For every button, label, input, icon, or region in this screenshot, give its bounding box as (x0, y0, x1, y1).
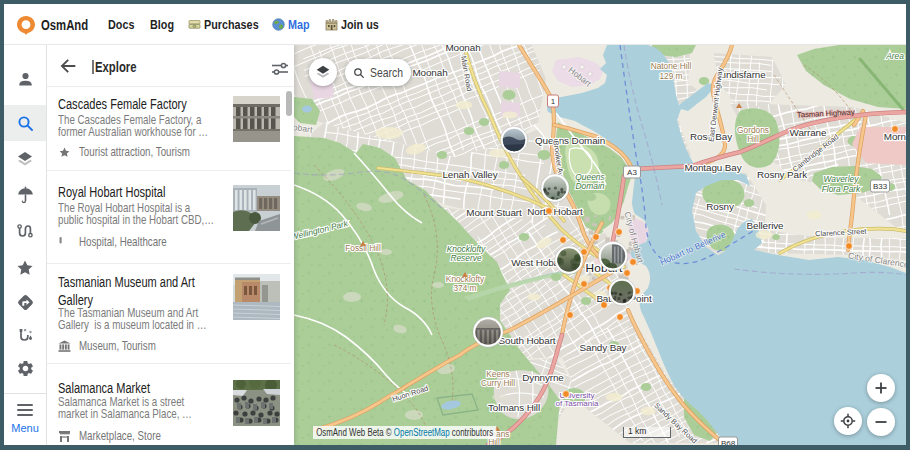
explore-title: Explore (95, 59, 148, 75)
star-icon (15, 258, 35, 278)
filters-button[interactable] (271, 60, 289, 78)
item-photo (233, 380, 280, 426)
poi-marker[interactable] (617, 314, 624, 321)
poi-marker[interactable] (616, 229, 623, 236)
sidebar-item-weather[interactable] (4, 178, 46, 212)
left-sidebar: Menu (4, 45, 47, 445)
map-label: Dynnyrne (522, 372, 564, 383)
road-badge: A3 (624, 166, 641, 178)
photo-marker[interactable] (473, 317, 503, 347)
zoom-in-button[interactable] (867, 374, 895, 402)
svg-text:B33: B33 (873, 182, 888, 191)
menu-label[interactable]: Menu (4, 422, 46, 434)
map-layers-button[interactable] (309, 58, 337, 86)
sidebar-item-settings[interactable] (4, 351, 46, 385)
poi-marker[interactable] (560, 237, 567, 244)
sidebar-item-configure-map[interactable] (4, 142, 46, 176)
photo-marker[interactable] (541, 174, 569, 202)
plus-icon (874, 381, 888, 395)
back-button[interactable] (56, 54, 80, 78)
poi-marker[interactable] (846, 243, 853, 250)
sidebar-item-account[interactable] (4, 62, 46, 96)
sidebar-item-navigation[interactable] (4, 285, 46, 319)
map-label: Reserve (450, 253, 482, 263)
item-category-label: Museum, Tourism (79, 339, 156, 353)
svg-text:1: 1 (551, 97, 556, 106)
sidebar-item-favorites[interactable] (4, 251, 46, 285)
poi-marker[interactable] (546, 208, 553, 215)
person-icon (16, 70, 35, 89)
explore-header: Explore (47, 45, 294, 87)
banknotes-icon (188, 18, 201, 31)
map-label: Queens Domain (535, 135, 605, 146)
map-label: Sandy Bay (580, 342, 627, 353)
poi-marker[interactable] (630, 259, 637, 266)
map-label: 374 m (453, 283, 476, 293)
map-label: Tolmans Hill (488, 402, 540, 413)
poi-marker[interactable] (567, 312, 574, 319)
map-search-icon (353, 65, 365, 81)
locate-icon (840, 413, 856, 429)
minus-icon (874, 415, 888, 429)
item-photo (233, 185, 280, 231)
explore-list-item[interactable]: Royal Hobart Hospital The Royal Hobart H… (47, 171, 291, 264)
map-label: 129 m (659, 71, 682, 81)
map-search-label: Search (370, 65, 403, 80)
map-label: Lindisfarne (718, 69, 766, 80)
route-icon (15, 221, 35, 241)
poi-marker[interactable] (624, 270, 631, 277)
nav-docs[interactable]: Docs (108, 4, 141, 45)
item-category: Museum, Tourism (58, 339, 175, 353)
map-layers-icon (314, 63, 332, 81)
nav-blog[interactable]: Blog (150, 4, 180, 45)
item-description: Salamanca Market is a street market in S… (58, 396, 234, 421)
nav-purchases[interactable]: Purchases (188, 4, 272, 45)
map-label: Moonah (445, 45, 480, 53)
map-label: of Tasmania (556, 399, 600, 408)
map-attribution: OsmAnd Web Beta © OpenStreetMap contribu… (313, 426, 496, 439)
map-label: South Hobart (499, 335, 556, 346)
svg-text:A3: A3 (627, 168, 637, 177)
poi-marker[interactable] (601, 302, 608, 309)
map-label: North Hobart (527, 206, 583, 217)
hospital-icon (58, 236, 71, 249)
item-category-label: Marketplace, Store (79, 429, 161, 443)
zoom-out-button[interactable] (867, 408, 895, 436)
top-navbar: OsmAnd Docs Blog Purchases Map (4, 4, 906, 45)
explore-list-item[interactable]: Salamanca Market Salamanca Market is a s… (47, 364, 291, 445)
map-label: Rosny (706, 201, 734, 212)
photo-marker[interactable] (608, 278, 636, 305)
sidebar-item-search[interactable] (4, 105, 46, 141)
map-label: Moonah (412, 67, 447, 78)
map-label: Area (885, 51, 904, 61)
poi-marker[interactable] (593, 234, 600, 241)
tune-icon (271, 60, 289, 78)
sidebar-item-tracks[interactable] (4, 214, 46, 248)
map-label: Domain (576, 181, 605, 191)
star-icon (58, 146, 71, 159)
item-photo (233, 96, 280, 142)
umbrella-icon (16, 186, 35, 205)
map-label: Warrane (790, 127, 827, 138)
poi-marker[interactable] (581, 281, 588, 288)
map-canvas[interactable]: MoonahMoonahLenah ValleyMount StuartNort… (294, 45, 906, 445)
poi-marker[interactable] (563, 391, 570, 398)
poi-marker[interactable] (892, 126, 899, 133)
openstreetmap-link[interactable]: OpenStreetMap (394, 427, 450, 438)
item-category: Hospital, Healthcare (58, 235, 189, 249)
locate-button[interactable] (834, 407, 862, 435)
sidebar-item-plan-route[interactable] (4, 318, 46, 352)
text-caret (92, 60, 94, 74)
map-label: Bellerive (747, 220, 785, 231)
map-scalebar: 1 km (623, 427, 671, 438)
directions-icon (16, 293, 35, 312)
search-icon (16, 114, 35, 133)
nav-map[interactable]: Map (272, 4, 315, 45)
explore-list-item[interactable]: Cascades Female Factory The Cascades Fem… (47, 87, 291, 171)
panel-scrollbar[interactable] (286, 91, 292, 116)
map-search-button[interactable]: Search (345, 59, 411, 86)
photo-marker[interactable] (500, 126, 527, 153)
explore-list-item[interactable]: Tasmanian Museum and Art Gallery The Tas… (47, 264, 291, 364)
osmand-logo[interactable] (16, 15, 36, 35)
nav-join-us[interactable]: Join us (325, 4, 388, 45)
